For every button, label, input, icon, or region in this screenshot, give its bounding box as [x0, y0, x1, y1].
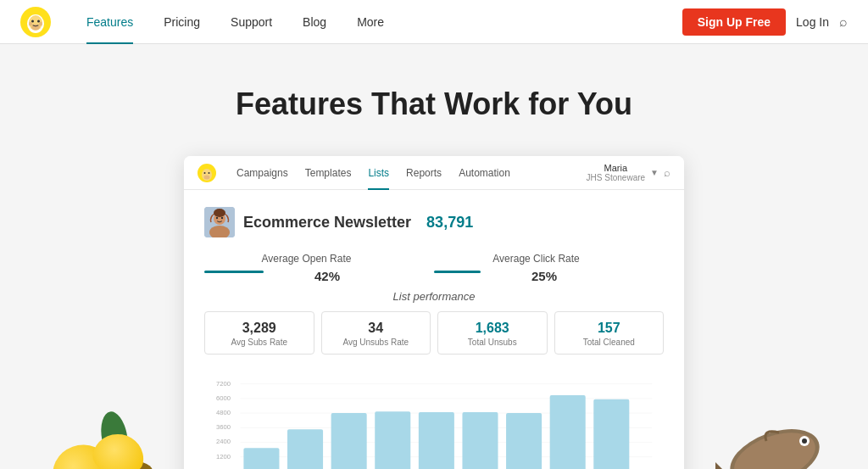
svg-text:1200: 1200 — [216, 453, 231, 461]
newsletter-avatar — [204, 207, 235, 237]
perf-card-2: 1,683 Total Unsubs — [437, 311, 548, 355]
svg-point-19 — [214, 209, 225, 217]
inner-nav-reports[interactable]: Reports — [398, 156, 450, 190]
perf-card-2-label: Total Unsubs — [447, 338, 538, 347]
main-nav: Features Pricing Support Blog More Sign … — [0, 0, 868, 44]
svg-point-17 — [216, 217, 218, 219]
search-icon[interactable]: ⌕ — [839, 14, 848, 30]
svg-point-12 — [204, 172, 206, 174]
nav-more[interactable]: More — [342, 0, 399, 44]
left-decoration — [17, 356, 203, 469]
bar-chart: 7200 6000 4800 3600 2400 1200 0 — [214, 373, 654, 469]
perf-card-3: 157 Total Cleaned — [554, 311, 665, 355]
inner-nav-links: Campaigns Templates Lists Reports Automa… — [228, 156, 587, 190]
svg-point-7 — [29, 21, 32, 25]
perf-card-1: 34 Avg Unsubs Rate — [321, 311, 431, 355]
svg-point-18 — [221, 217, 223, 219]
logo[interactable] — [20, 7, 51, 37]
user-name: Maria — [587, 163, 645, 173]
bar-2 — [331, 413, 367, 469]
newsletter-title: Ecommerce Newsletter — [243, 214, 411, 232]
svg-point-46 — [727, 422, 822, 469]
inner-search-icon[interactable]: ⌕ — [664, 166, 670, 179]
inner-logo — [198, 164, 216, 182]
newsletter-count: 83,791 — [426, 214, 473, 232]
user-company: JHS Stoneware — [587, 173, 645, 182]
right-decoration — [698, 356, 851, 469]
stat-open-rate: Average Open Rate 42% — [204, 253, 434, 285]
login-button[interactable]: Log In — [796, 15, 829, 29]
newsletter-header: Ecommerce Newsletter 83,791 — [204, 207, 664, 237]
nav-right: Sign Up Free Log In ⌕ — [682, 8, 848, 36]
bar-6 — [506, 413, 542, 469]
perf-cards: 3,289 Avg Subs Rate 34 Avg Unsubs Rate 1… — [204, 311, 664, 355]
perf-card-1-value: 34 — [331, 321, 422, 336]
card-content: Ecommerce Newsletter 83,791 Average Open… — [184, 190, 684, 469]
nav-pricing[interactable]: Pricing — [148, 0, 215, 44]
stat-open-rate-label: Average Open Rate — [204, 253, 409, 265]
perf-card-1-label: Avg Unsubs Rate — [331, 338, 422, 347]
bar-7 — [550, 395, 586, 469]
perf-card-2-value: 1,683 — [447, 321, 538, 336]
stat-click-rate-value: 25% — [531, 269, 557, 283]
chevron-down-icon[interactable]: ▼ — [650, 168, 659, 177]
nav-links: Features Pricing Support Blog More — [71, 0, 682, 44]
svg-text:7200: 7200 — [216, 380, 231, 388]
page-wrapper: Campaigns Templates Lists Reports Automa… — [17, 156, 851, 469]
svg-point-5 — [31, 20, 34, 22]
hero-title: Features That Work for You — [17, 87, 851, 122]
perf-card-3-value: 157 — [564, 321, 655, 336]
chart-area: 7200 6000 4800 3600 2400 1200 0 — [204, 366, 664, 469]
bar-5 — [462, 412, 498, 469]
dashboard-card: Campaigns Templates Lists Reports Automa… — [184, 156, 684, 469]
perf-card-0-value: 3,289 — [214, 321, 305, 336]
svg-text:6000: 6000 — [216, 394, 231, 402]
click-rate-bar — [434, 271, 481, 273]
nav-support[interactable]: Support — [215, 0, 287, 44]
svg-point-11 — [204, 175, 210, 179]
signup-button[interactable]: Sign Up Free — [682, 8, 786, 36]
perf-card-3-label: Total Cleaned — [564, 338, 655, 347]
open-rate-bar — [204, 271, 264, 273]
perf-card-0-label: Avg Subs Rate — [214, 338, 305, 347]
stat-open-rate-value: 42% — [314, 269, 340, 283]
svg-point-8 — [39, 21, 42, 25]
hero-section: Features That Work for You — [0, 44, 868, 469]
bar-0 — [243, 448, 279, 469]
svg-point-48 — [802, 438, 807, 444]
svg-point-6 — [37, 20, 40, 22]
inner-nav-automation[interactable]: Automation — [450, 156, 519, 190]
stats-row: Average Open Rate 42% Average Click Rate… — [204, 253, 664, 285]
stat-click-rate-label: Average Click Rate — [434, 253, 638, 265]
svg-point-4 — [31, 24, 40, 30]
list-performance-label: List performance — [204, 290, 664, 303]
inner-nav-user: Maria JHS Stoneware ▼ ⌕ — [587, 163, 670, 182]
perf-card-0: 3,289 Avg Subs Rate — [204, 311, 314, 355]
bar-1 — [287, 429, 323, 469]
bar-3 — [375, 411, 410, 469]
inner-nav-lists[interactable]: Lists — [359, 156, 398, 190]
inner-nav-templates[interactable]: Templates — [297, 156, 360, 190]
stat-click-rate: Average Click Rate 25% — [434, 253, 664, 285]
svg-text:3600: 3600 — [216, 423, 231, 431]
svg-text:4800: 4800 — [216, 409, 231, 416]
inner-nav: Campaigns Templates Lists Reports Automa… — [184, 156, 684, 190]
svg-text:2400: 2400 — [216, 438, 231, 445]
svg-point-13 — [209, 172, 210, 174]
bar-4 — [419, 412, 454, 469]
bar-8 — [593, 399, 629, 469]
nav-features[interactable]: Features — [71, 0, 148, 44]
nav-blog[interactable]: Blog — [287, 0, 342, 44]
inner-nav-campaigns[interactable]: Campaigns — [228, 156, 297, 190]
